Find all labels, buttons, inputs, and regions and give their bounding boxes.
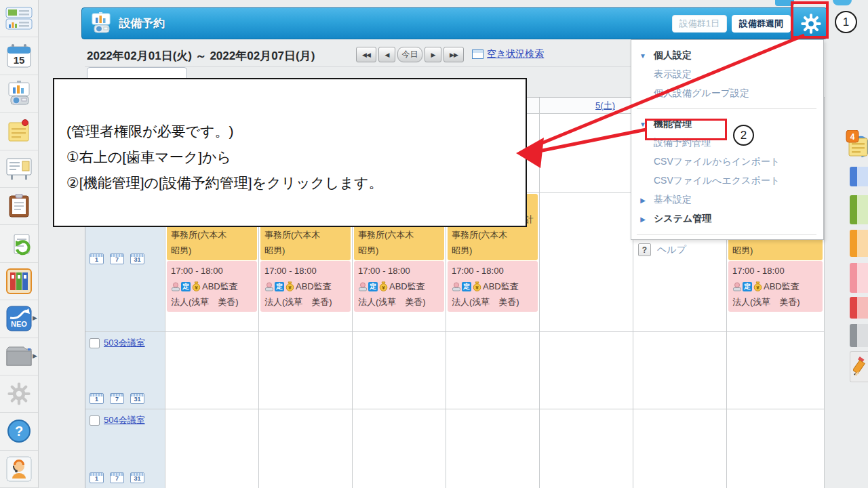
day-view-icon[interactable]: 1 bbox=[90, 393, 104, 404]
day-cell[interactable] bbox=[540, 193, 633, 332]
date-link-feb5[interactable]: 5(土) bbox=[595, 100, 615, 112]
day-cell[interactable] bbox=[165, 409, 259, 488]
fee-moneybag-icon: ¥ bbox=[472, 281, 482, 291]
week-view-icon[interactable]: 7 bbox=[110, 472, 124, 483]
day-cell[interactable] bbox=[540, 409, 633, 488]
window-icon bbox=[472, 49, 484, 59]
calendar-icon: 15 bbox=[6, 44, 32, 68]
availability-search[interactable]: 空き状況検索 bbox=[472, 48, 544, 60]
date-range-label: 2022年02月01日(火) ～ 2022年02月07日(月) bbox=[87, 48, 315, 64]
sidebar-item-report[interactable] bbox=[0, 188, 38, 225]
color-tab-green[interactable] bbox=[850, 195, 868, 224]
day-cell[interactable] bbox=[353, 332, 446, 409]
recurring-badge-icon: 定 bbox=[743, 282, 752, 291]
menu-item-help[interactable]: ?ヘルプ bbox=[631, 240, 823, 260]
timed-event[interactable]: 17:00 - 18:00定¥ABD監査法人(浅草 美香) bbox=[260, 261, 351, 312]
svg-text:¥: ¥ bbox=[756, 285, 760, 291]
sidebar-item-bulletin-board[interactable] bbox=[0, 150, 38, 188]
sidebar-item-memo[interactable] bbox=[0, 113, 38, 150]
svg-text:4: 4 bbox=[850, 132, 855, 142]
month-view-icon[interactable]: 31 bbox=[130, 472, 144, 483]
svg-text:15: 15 bbox=[14, 54, 25, 66]
week-view-icon[interactable]: 7 bbox=[110, 393, 124, 404]
day-cell[interactable] bbox=[165, 332, 259, 409]
facility-checkbox[interactable] bbox=[90, 338, 100, 348]
month-view-icon[interactable]: 31 bbox=[130, 253, 144, 264]
color-tab-blue[interactable] bbox=[850, 167, 868, 186]
highlight-box-gear bbox=[791, 1, 829, 39]
sidebar-item-file-management[interactable] bbox=[0, 263, 38, 300]
whiteboard-icon bbox=[5, 157, 33, 180]
sidebar-item-facility-reservation[interactable] bbox=[0, 75, 38, 113]
color-tab-red[interactable] bbox=[850, 297, 868, 319]
sidebar-item-support[interactable] bbox=[0, 451, 38, 488]
timed-event[interactable]: 17:00 - 18:00定¥ABD監査法人(浅草 美香) bbox=[167, 261, 257, 312]
sidebar-item-schedule[interactable]: 15 bbox=[0, 37, 38, 75]
timed-event[interactable]: 17:00 - 18:00定¥ABD監査法人(浅草 美香) bbox=[448, 261, 538, 312]
color-tab-orange[interactable] bbox=[850, 230, 868, 257]
color-tab-gray[interactable] bbox=[850, 324, 868, 347]
timed-event[interactable]: 17:00 - 18:00定¥ABD監査法人(浅草 美香) bbox=[728, 261, 823, 312]
menu-item-csv-import[interactable]: CSVファイルからインポート bbox=[631, 152, 823, 171]
nav-today-button[interactable]: 今日 bbox=[397, 47, 422, 62]
attendee-icon bbox=[358, 282, 368, 291]
day-cell[interactable] bbox=[259, 409, 353, 488]
facility-group-week-button[interactable]: 設備群週間 bbox=[732, 15, 791, 33]
menu-section-personal[interactable]: ▼個人設定 bbox=[631, 46, 823, 65]
day-cell[interactable] bbox=[259, 332, 353, 409]
recurring-badge-icon: 定 bbox=[275, 282, 284, 291]
day-cell[interactable] bbox=[727, 332, 825, 409]
sidebar-item-settings[interactable] bbox=[0, 375, 38, 413]
mini-calendar-links: 1 7 31 bbox=[90, 472, 161, 483]
month-view-icon[interactable]: 31 bbox=[130, 393, 144, 404]
day-cell[interactable] bbox=[727, 409, 825, 488]
mini-calendar-links: 1 7 31 bbox=[90, 393, 161, 404]
menu-item-display-settings[interactable]: 表示設定 bbox=[631, 65, 823, 84]
day-cell[interactable] bbox=[633, 332, 727, 409]
instruction-callout-box: (管理者権限が必要です。) ①右上の[歯車マーク]から ②[機能管理]の[設備予… bbox=[53, 78, 527, 227]
menu-item-csv-export[interactable]: CSVファイルへエクスポート bbox=[631, 171, 823, 190]
week-view-icon[interactable]: 7 bbox=[110, 253, 124, 264]
facility-link-503[interactable]: 503会議室 bbox=[104, 337, 145, 349]
nav-prev-button[interactable]: ◀ bbox=[378, 47, 395, 62]
nav-next-button[interactable]: ▶ bbox=[425, 47, 441, 62]
color-tab-pink[interactable] bbox=[850, 263, 868, 293]
notification-note-tab[interactable]: 4 bbox=[845, 130, 868, 164]
day-cell[interactable] bbox=[446, 409, 540, 488]
day-cell[interactable] bbox=[446, 332, 540, 409]
sidebar-item-workflow[interactable] bbox=[0, 225, 38, 262]
workflow-icon bbox=[6, 232, 32, 256]
divider bbox=[637, 234, 816, 235]
day-view-icon[interactable]: 1 bbox=[90, 253, 104, 264]
divider bbox=[637, 108, 816, 109]
svg-text:¥: ¥ bbox=[382, 285, 385, 291]
menu-item-basic-settings[interactable]: ▶基本設定 bbox=[631, 190, 823, 209]
facility-row-503: 503会議室 1 7 31 bbox=[85, 332, 825, 409]
facility-group-day-button[interactable]: 設備群1日 bbox=[672, 15, 727, 33]
help-icon: ? bbox=[638, 243, 651, 256]
gear-icon bbox=[7, 382, 31, 406]
nav-last-button[interactable]: ▶▶ bbox=[443, 47, 464, 62]
facility-link-504[interactable]: 504会議室 bbox=[104, 414, 145, 426]
sidebar-item-portal[interactable] bbox=[0, 0, 38, 37]
svg-text:¥: ¥ bbox=[288, 285, 292, 291]
day-cell[interactable] bbox=[540, 114, 633, 193]
day-cell[interactable] bbox=[353, 409, 446, 488]
timed-event[interactable]: 17:00 - 18:00定¥ABD監査法人(浅草 美香) bbox=[354, 261, 444, 312]
edit-pencil-tab[interactable] bbox=[850, 351, 868, 382]
sidebar-item-cabinet[interactable]: ▶ bbox=[0, 338, 38, 375]
day-cell[interactable] bbox=[540, 332, 633, 409]
sidebar-item-neo-link[interactable]: NEO ▶ bbox=[0, 300, 38, 338]
attendee-icon bbox=[452, 282, 461, 291]
app-header: 設備予約 設備群1日 設備群週間 bbox=[81, 7, 827, 39]
nav-first-button[interactable]: ◀◀ bbox=[356, 47, 376, 62]
recurring-badge-icon: 定 bbox=[368, 282, 378, 291]
day-view-icon[interactable]: 1 bbox=[90, 472, 104, 483]
availability-search-link[interactable]: 空き状況検索 bbox=[487, 48, 544, 60]
pencil-icon bbox=[853, 357, 868, 377]
facility-checkbox[interactable] bbox=[90, 415, 100, 426]
menu-item-system-admin[interactable]: ▶システム管理 bbox=[631, 209, 823, 228]
menu-item-personal-facility-group[interactable]: 個人設備グループ設定 bbox=[631, 84, 823, 103]
day-cell[interactable] bbox=[633, 409, 727, 488]
sidebar-item-help[interactable]: ? bbox=[0, 413, 38, 450]
